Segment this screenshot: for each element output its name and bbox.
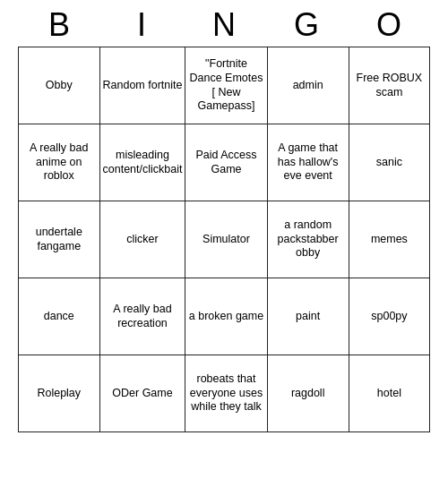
bingo-letter: I: [106, 9, 177, 41]
bingo-cell: sanic: [349, 124, 429, 201]
bingo-cell: Obby: [19, 47, 100, 124]
bingo-cell: A really bad recreation: [99, 278, 185, 355]
table-row: A really bad anime on robloxmisleading c…: [19, 124, 430, 201]
bingo-cell: ragdoll: [267, 355, 349, 432]
table-row: undertale fangameclickerSimulatora rando…: [19, 201, 430, 278]
bingo-cell: A game that has hallow's eve event: [267, 124, 349, 201]
table-row: danceA really bad recreationa broken gam…: [19, 278, 430, 355]
bingo-cell: dance: [19, 278, 100, 355]
bingo-cell: undertale fangame: [19, 201, 100, 278]
table-row: RoleplayODer Gamerobeats that everyone u…: [19, 355, 430, 432]
bingo-grid: ObbyRandom fortnite"Fortnite Dance Emote…: [18, 47, 430, 432]
table-row: ObbyRandom fortnite"Fortnite Dance Emote…: [19, 47, 430, 124]
bingo-cell: hotel: [349, 355, 429, 432]
bingo-cell: memes: [349, 201, 429, 278]
bingo-cell: robeats that everyone uses while they ta…: [185, 355, 267, 432]
bingo-header: BINGO: [18, 0, 430, 47]
bingo-letter: B: [23, 9, 95, 41]
bingo-cell: Paid Access Game: [185, 124, 267, 201]
bingo-cell: paint: [267, 278, 349, 355]
bingo-cell: A really bad anime on roblox: [19, 124, 100, 201]
bingo-cell: a random packstabber obby: [267, 201, 349, 278]
bingo-letter: G: [271, 9, 342, 41]
bingo-cell: Free ROBUX scam: [349, 47, 429, 124]
bingo-letter: O: [353, 9, 425, 41]
bingo-letter: N: [188, 9, 260, 41]
bingo-cell: sp00py: [349, 278, 429, 355]
bingo-cell: clicker: [99, 201, 185, 278]
bingo-cell: admin: [267, 47, 349, 124]
bingo-cell: Simulator: [185, 201, 267, 278]
bingo-cell: a broken game: [185, 278, 267, 355]
bingo-cell: Roleplay: [19, 355, 100, 432]
bingo-cell: Random fortnite: [99, 47, 185, 124]
bingo-cell: misleading content/clickbait: [99, 124, 185, 201]
bingo-cell: ODer Game: [99, 355, 185, 432]
bingo-cell: "Fortnite Dance Emotes [ New Gamepass]: [185, 47, 267, 124]
